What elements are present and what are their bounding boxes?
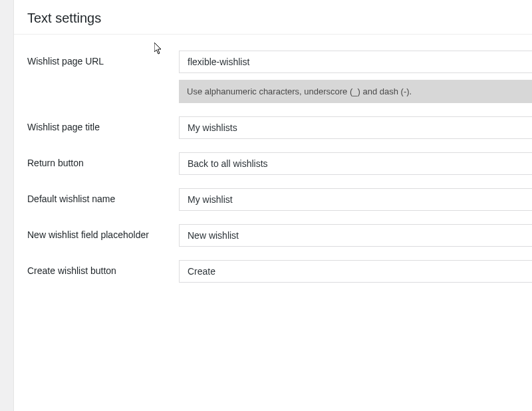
input-url[interactable] [179, 51, 532, 73]
field-row-placeholder: New wishlist field placeholder [14, 211, 532, 247]
label-return: Return button [27, 152, 179, 168]
input-create[interactable] [179, 260, 532, 283]
field-row-url: Wishlist page URL Use alphanumeric chara… [14, 35, 532, 103]
label-url: Wishlist page URL [27, 51, 179, 67]
input-return[interactable] [179, 152, 532, 175]
input-default-name[interactable] [179, 188, 532, 211]
field-row-create: Create wishlist button [14, 247, 532, 283]
input-title[interactable] [179, 116, 532, 139]
section-title: Text settings [14, 0, 532, 35]
field-row-return: Return button [14, 139, 532, 175]
label-title: Wishlist page title [27, 116, 179, 132]
label-create: Create wishlist button [27, 260, 179, 276]
label-default-name: Default wishlist name [27, 188, 179, 204]
field-row-default-name: Default wishlist name [14, 175, 532, 211]
input-placeholder[interactable] [179, 224, 532, 247]
field-row-title: Wishlist page title [14, 103, 532, 139]
help-url: Use alphanumeric characters, underscore … [179, 80, 532, 103]
settings-panel: Text settings Wishlist page URL Use alph… [13, 0, 532, 411]
label-placeholder: New wishlist field placeholder [27, 224, 179, 240]
